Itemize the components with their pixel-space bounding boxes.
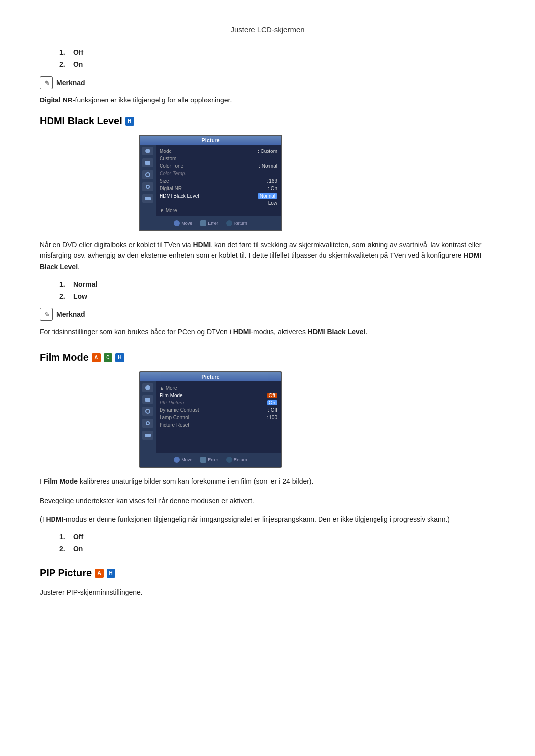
hdmi-screen-layout: Picture: [40, 135, 495, 231]
screen-title-hdmi: Picture: [140, 136, 281, 145]
svg-rect-11: [145, 434, 151, 437]
film-menu-row-reset: Picture Reset: [160, 421, 277, 429]
note-1: ✎ Merknad: [40, 76, 495, 89]
menu-row-color-tone: Color Tone : Normal: [160, 162, 277, 170]
list-off-on-1: 1. Off 2. On: [59, 49, 495, 68]
hdmi-heading-text: HDMI Black Level: [40, 115, 122, 127]
film-heading-text: Film Mode: [40, 352, 89, 363]
film-body-3: (I HDMI-modus er denne funksjonen tilgje…: [40, 514, 495, 525]
menu-row-hdmi-black: HDMI Black Level Normal: [160, 192, 277, 200]
pip-heading-text: PIP Picture: [40, 567, 92, 579]
menu-row-digital-nr: Digital NR : On: [160, 185, 277, 192]
sidebar-icon-1: [142, 147, 153, 155]
hdmi-note-text: For tidsinnstillinger som kan brukes båd…: [40, 327, 495, 337]
bottom-btn-return: Return: [226, 220, 247, 226]
svg-point-2: [146, 173, 150, 177]
pip-body-text: Justerer PIP-skjerminnstillingene.: [40, 587, 495, 598]
film-mode-heading: Film Mode A C H: [40, 352, 495, 363]
enter-icon: [200, 220, 206, 226]
note-icon-2: ✎: [40, 308, 53, 321]
list-item: 2. Low: [59, 292, 495, 300]
hdmi-bottom-bar: Move Enter Return: [140, 216, 281, 230]
note-text-1: Digital NR-funksjonen er ikke tilgjengel…: [40, 95, 495, 105]
film-screen-layout: Picture: [40, 371, 495, 468]
film-body-2: Bevegelige undertekster kan vises feil n…: [40, 495, 495, 506]
menu-row-color-temp: Color Temp.: [160, 170, 277, 177]
film-tv-screen: Picture: [139, 371, 282, 468]
bottom-divider: [40, 618, 495, 618]
hdmi-tv-screen: Picture: [139, 135, 282, 231]
list-item: 2. On: [59, 545, 495, 553]
hdmi-menu-area: Mode : Custom Custom Color Tone : Normal…: [156, 145, 281, 216]
hdmi-black-level-section: HDMI Black Level H Picture: [40, 115, 495, 337]
svg-point-6: [145, 385, 150, 390]
note-label-2: Merknad: [56, 308, 85, 321]
badge-h-hdmi: H: [125, 117, 134, 126]
film-sidebar-icon-1: [142, 383, 153, 392]
badge-h-pip: H: [107, 569, 115, 578]
list-item: 1. Off: [59, 533, 495, 541]
menu-row-low: Low: [160, 200, 277, 207]
svg-rect-1: [145, 161, 150, 165]
svg-rect-5: [145, 197, 151, 200]
bottom-btn-enter: Enter: [200, 220, 218, 226]
film-sidebar-icon-5: [142, 431, 153, 440]
sidebar-icon-5: [142, 194, 153, 203]
screen-title-film: Picture: [140, 372, 281, 381]
menu-row-more: ▼ More: [160, 207, 277, 214]
pip-section-heading: PIP Picture A H: [40, 567, 495, 579]
svg-point-8: [146, 409, 150, 413]
hdmi-body-text: Når en DVD eller digitalboks er koblet t…: [40, 239, 495, 272]
list-item: 1. Off: [59, 49, 495, 56]
sidebar-icons: [140, 145, 156, 216]
sidebar-icon-4: [142, 182, 153, 191]
svg-point-4: [147, 186, 149, 188]
film-menu-row-film-mode: Film Mode Off: [160, 392, 277, 399]
film-sidebar-icon-2: [142, 395, 153, 404]
hdmi-list: 1. Normal 2. Low: [59, 280, 495, 300]
list-item: 1. Normal: [59, 280, 495, 288]
pip-picture-section: PIP Picture A H Justerer PIP-skjerminnst…: [40, 567, 495, 598]
badge-a-film: A: [92, 353, 101, 362]
film-bottom-btn-enter: Enter: [200, 457, 218, 463]
bottom-btn-move: Move: [174, 220, 192, 226]
film-sidebar-icon-3: [142, 407, 153, 416]
list-item: 2. On: [59, 60, 495, 68]
return-icon: [226, 220, 232, 226]
film-sidebar-icons: [140, 381, 156, 453]
badge-a-pip: A: [95, 569, 104, 578]
film-menu-area: ▲ More Film Mode Off PIP Picture On Dyna…: [156, 381, 281, 453]
film-sidebar-icon-4: [142, 419, 153, 428]
film-body-1: I Film Mode kalibreres unaturlige bilder…: [40, 476, 495, 487]
page-title: Justere LCD-skjermen: [40, 25, 495, 34]
sidebar-icon-3: [142, 170, 153, 179]
film-list: 1. Off 2. On: [59, 533, 495, 553]
note-label: Merknad: [56, 76, 85, 89]
menu-row-custom: Custom: [160, 155, 277, 162]
film-move-icon: [174, 457, 180, 463]
note-2: ✎ Merknad: [40, 308, 495, 321]
badge-c-film: C: [104, 353, 112, 362]
film-menu-row-lamp: Lamp Control : 100: [160, 414, 277, 421]
film-return-icon: [226, 457, 232, 463]
svg-point-0: [145, 149, 150, 153]
menu-row-size: Size : 169: [160, 177, 277, 185]
film-menu-row-dynamic: Dynamic Contrast : Off: [160, 406, 277, 414]
badge-h-film: H: [115, 353, 124, 362]
film-menu-row-more: ▲ More: [160, 384, 277, 392]
film-bottom-bar: Move Enter Return: [140, 453, 281, 467]
menu-row-mode: Mode : Custom: [160, 148, 277, 155]
film-menu-row-pip: PIP Picture On: [160, 399, 277, 406]
film-enter-icon: [200, 457, 206, 463]
move-icon: [174, 220, 180, 226]
svg-point-10: [147, 422, 149, 424]
film-bottom-btn-move: Move: [174, 457, 192, 463]
sidebar-icon-2: [142, 158, 153, 167]
film-mode-section: Film Mode A C H Picture: [40, 352, 495, 553]
hdmi-section-heading: HDMI Black Level H: [40, 115, 495, 127]
svg-rect-7: [145, 398, 150, 402]
note-icon: ✎: [40, 76, 53, 89]
film-bottom-btn-return: Return: [226, 457, 247, 463]
